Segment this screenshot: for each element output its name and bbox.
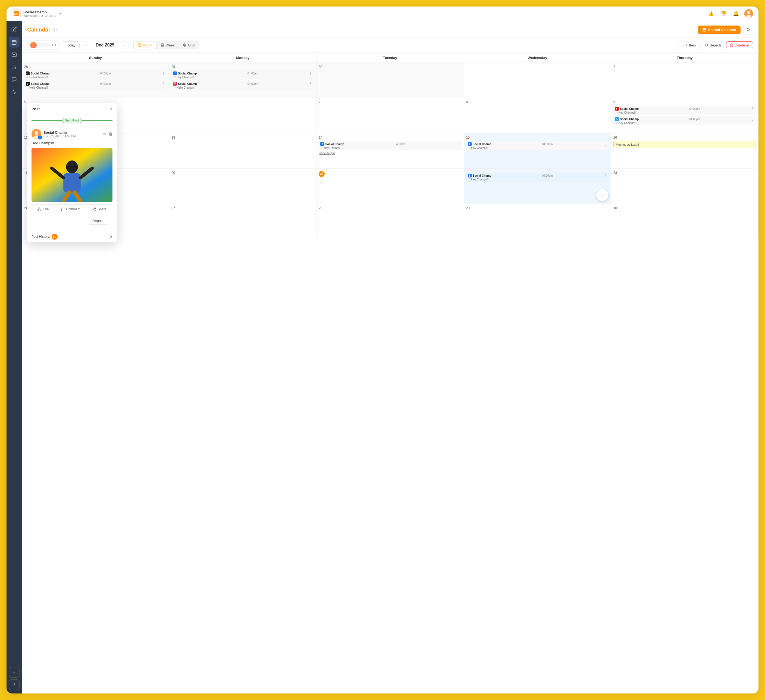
next-month-button[interactable]: › [121, 41, 129, 49]
link-icon [173, 87, 176, 89]
event-item[interactable]: f Social Champ 04:00pm ⋮ Hey Champs!! [466, 173, 609, 182]
sidebar-item-add[interactable]: + [9, 667, 20, 678]
instagram-platform-icon [173, 82, 177, 85]
event-desc-row: Hello Champs!! [26, 86, 165, 89]
event-item[interactable]: SC Social Champ 04:00pm ⋮ Hello Champs!! [24, 70, 167, 80]
event-name-row: Social Champ [173, 82, 197, 85]
today-button[interactable]: Today [62, 41, 80, 49]
tab-week[interactable]: Week [157, 42, 178, 49]
app-container: SC Social Champ Workspace . UTC+05:00 ▾ … [6, 6, 759, 694]
week-tab-icon [161, 43, 164, 47]
event-more-button[interactable]: ⋮ [161, 82, 165, 86]
post-history-bar[interactable]: Post History: SC ∧ [27, 231, 117, 243]
event-item[interactable]: f Social Champ 04:00pm ⋮ Hey Champs!! [466, 141, 609, 150]
sidebar-item-help[interactable]: ? [9, 680, 20, 690]
day-num: 16 [614, 136, 756, 139]
sidebar-item-calendar[interactable] [9, 37, 20, 47]
user-filter-dropdown[interactable]: ⬆⬇ [27, 41, 60, 50]
notification-bell-icon[interactable]: 🔔 [732, 9, 740, 18]
event-header: Social Champ 04:00pm ⋮ [26, 82, 165, 86]
info-icon[interactable]: ⓘ [53, 27, 57, 32]
event-name-row: f Social Champ [320, 142, 344, 146]
search-button[interactable]: Search [701, 41, 724, 49]
event-desc-row: Hey Champs!! [468, 178, 607, 181]
calendar-toolbar: ⬆⬇ Today ‹ Dec 2025 › Month Week [22, 38, 759, 53]
cal-cell-30-nov: 30 [316, 63, 464, 98]
modal-close-button[interactable]: × [110, 107, 112, 111]
link-icon [468, 147, 471, 150]
user-filter-avatar [30, 42, 37, 48]
delete-post-button[interactable]: 🗑 [109, 132, 112, 136]
event-more-button[interactable]: ⋮ [751, 107, 754, 111]
event-more-button[interactable]: ⋮ [603, 142, 607, 146]
event-item[interactable]: f Social Champ 04:00pm ⋮ Hey Champs!! [172, 70, 314, 80]
sidebar-item-inbox[interactable] [9, 49, 20, 60]
like-button[interactable]: Like [38, 207, 49, 211]
event-more-button[interactable]: ⋮ [309, 82, 312, 86]
day-num: 28 [319, 206, 461, 210]
event-header: SC Social Champ 04:00pm ⋮ [26, 71, 165, 76]
repost-area: Repost [31, 214, 112, 227]
event-item[interactable]: Social Champ 04:00pm ⋮ Hello Champs!! [172, 81, 314, 90]
event-item[interactable]: ▶ Social Champ 04:00pm ⋮ Hey Champs!! [614, 106, 756, 115]
day-num: 20 [172, 171, 314, 175]
event-more-button[interactable]: ⋮ [309, 71, 312, 76]
filters-button[interactable]: Filters [677, 41, 699, 49]
tab-grid[interactable]: Grid [179, 42, 198, 49]
event-header: f Social Champ 04:00pm ⋮ [468, 173, 607, 178]
svg-rect-45 [73, 166, 77, 169]
content-area: Calendar ⓘ Shared Calendar ⚙ [22, 21, 759, 694]
event-item[interactable]: f Social Champ 04:00pm ⋮ Hey Champs!! [319, 141, 461, 150]
event-desc-row: Hey Champs!! [320, 147, 460, 150]
event-desc-row: Hello Champs!! [173, 86, 312, 89]
cal-cell-15-today: 15 f Social Champ 04:00pm ⋮ [464, 133, 611, 169]
event-name-row: f Social Champ [468, 173, 491, 177]
thumbs-up-icon[interactable]: 👍 [707, 9, 715, 18]
meeting-event[interactable]: Meeting at 11am! [614, 141, 756, 148]
comment-button[interactable]: Comment [61, 207, 80, 211]
tab-month[interactable]: Month [134, 42, 156, 49]
youtube-platform-icon: ▶ [615, 107, 619, 110]
calendar-share-icon [702, 28, 707, 32]
event-more-button[interactable]: ⋮ [603, 173, 607, 178]
workspace-selector[interactable]: SC Social Champ Workspace . UTC+05:00 ▾ [12, 9, 62, 18]
event-more-button[interactable]: ⋮ [751, 117, 754, 121]
cal-cell-29-nov: 29 f Social Champ 04:00pm ⋮ [169, 63, 316, 98]
sidebar-item-social-inbox[interactable] [9, 74, 20, 85]
link-icon [615, 111, 618, 114]
cal-cell-6: 6 [169, 98, 316, 133]
day-num: 7 [319, 100, 461, 104]
repost-button[interactable]: Repost [88, 217, 108, 225]
show-all-link[interactable]: Show All (3) [319, 151, 461, 155]
svg-point-29 [705, 44, 707, 46]
day-num: 1 [466, 65, 609, 69]
event-item[interactable]: 𝕏 Social Champ 04:00pm ⋮ Hey Champs!! [614, 116, 756, 125]
prev-month-button[interactable]: ‹ [82, 41, 90, 49]
event-header: ▶ Social Champ 04:00pm ⋮ [615, 107, 754, 111]
fb-platform-icon: f [468, 173, 472, 177]
day-num: 13 [172, 136, 314, 139]
event-more-button[interactable]: ⋮ [161, 71, 165, 76]
sidebar-item-analytics[interactable] [9, 61, 20, 73]
svg-line-50 [94, 210, 95, 210]
modal-title: Post [31, 107, 40, 111]
event-more-button[interactable]: ⋮ [456, 142, 460, 146]
delete-all-button[interactable]: Delete all [726, 41, 753, 49]
settings-button[interactable]: ⚙ [743, 25, 753, 35]
comment-icon [61, 207, 65, 211]
twitter-platform-icon: 𝕏 [615, 117, 619, 121]
edit-post-button[interactable]: ✏ [103, 132, 107, 136]
event-item[interactable]: Social Champ 04:00pm ⋮ Hello Champs!! [24, 81, 167, 90]
svg-line-51 [94, 208, 95, 209]
day-num: 14 [319, 136, 461, 139]
calendar-title-group: Calendar ⓘ [27, 27, 57, 33]
share-button[interactable]: Share [92, 207, 106, 211]
user-avatar[interactable] [745, 9, 753, 18]
link-icon [468, 178, 471, 181]
col-header-monday: Monday [169, 53, 316, 63]
sidebar-item-compose[interactable] [9, 24, 20, 35]
sidebar-item-reports[interactable] [9, 87, 20, 98]
event-header: Social Champ 04:00pm ⋮ [173, 82, 312, 86]
thumbs-down-icon[interactable]: 👎 [719, 9, 727, 18]
shared-calendar-button[interactable]: Shared Calendar [698, 25, 741, 34]
